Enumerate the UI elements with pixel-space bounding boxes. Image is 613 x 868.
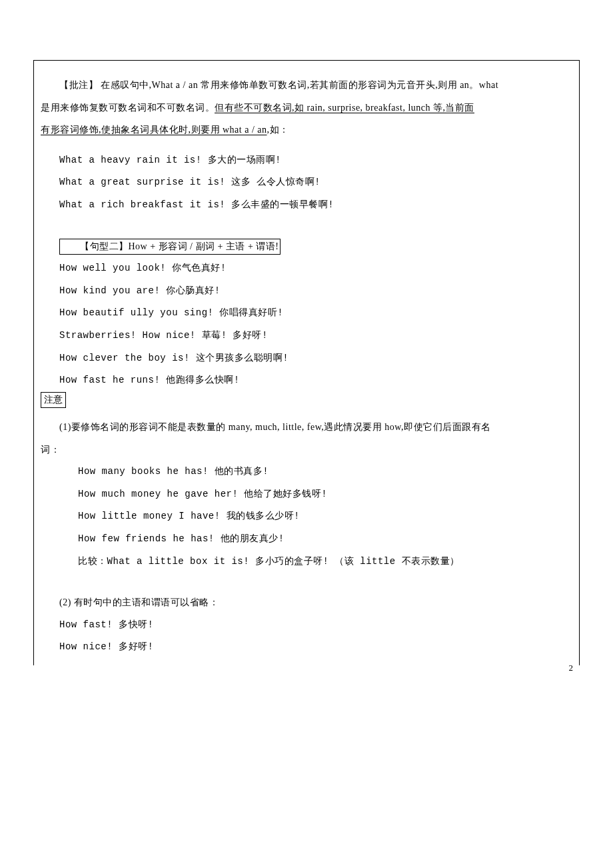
example1-2: What a great surprise it is! 这多 么令人惊奇啊! xyxy=(41,171,572,194)
note1-item-2: How much money he gave her! 他给了她好多钱呀! xyxy=(41,483,572,506)
example2-5: How clever the boy is! 这个男孩多么聪明啊! xyxy=(41,347,572,370)
spacer xyxy=(41,141,572,149)
annotation-line2b: 修饰复数可数名词和不可数名词。 xyxy=(70,103,215,113)
example1-3: What a rich breakfast it is! 多么丰盛的一顿早餐啊! xyxy=(41,194,572,217)
spacer xyxy=(41,408,572,416)
content-box: 【批注】 在感叹句中,What a / an 常用来修饰单数可数名词,若其前面的… xyxy=(33,60,580,665)
note2-item-1: How fast! 多快呀! xyxy=(41,614,572,637)
note1-item-4: How few friends he has! 他的朋友真少! xyxy=(41,528,572,551)
pattern2-row: 【句型二】How + 形容词 / 副词 + 主语 + 谓语! xyxy=(41,235,572,258)
annotation-paragraph-1: 【批注】 在感叹句中,What a / an 常用来修饰单数可数名词,若其前面的… xyxy=(41,74,572,97)
note1-item-3: How little money I have! 我的钱多么少呀! xyxy=(41,505,572,528)
note2-head: (2) 有时句中的主语和谓语可以省略： xyxy=(41,591,572,614)
example2-4: Strawberries! How nice! 草莓! 多好呀! xyxy=(41,325,572,347)
pattern2-boxed-label: 【句型二】How + 形容词 / 副词 + 主语 + 谓语! xyxy=(59,239,281,255)
spacer xyxy=(41,573,572,591)
example2-6: How fast he runs! 他跑得多么快啊! xyxy=(41,369,572,392)
note1-tail: 词： xyxy=(41,439,572,461)
note1-compare: 比较：What a little box it is! 多小巧的盒子呀! （该 … xyxy=(41,551,572,573)
annotation-prefix: 【批注】 xyxy=(59,80,101,90)
annotation-paragraph-2: 是用来修饰复数可数名词和不可数名词。但有些不可数名词,如 rain, surpr… xyxy=(41,97,572,119)
annotation-paragraph-3: 有形容词修饰,使抽象名词具体化时,则要用 what a / an,如： xyxy=(41,119,572,141)
annotation-line2a: 是用来 xyxy=(41,103,70,113)
page-number: 2 xyxy=(569,663,574,673)
note2-item-2: How nice! 多好呀! xyxy=(41,636,572,659)
annotation-line2c-underlined: 但有些不可数名词,如 rain, surprise, breakfast, lu… xyxy=(215,103,474,113)
annotation-line3b: ,如： xyxy=(267,125,289,135)
example2-1: How well you look! 你气色真好! xyxy=(41,257,572,280)
annotation-line1a: 在感叹句中,What a / an 常用来修饰单数可数名词,若其前面的形容词为元… xyxy=(101,80,498,90)
note1-item-1: How many books he has! 他的书真多! xyxy=(41,461,572,483)
note1-head: (1)要修饰名词的形容词不能是表数量的 many, much, little, … xyxy=(41,416,572,439)
note-label-boxed: 注意 xyxy=(41,392,66,408)
spacer xyxy=(41,217,572,235)
example1-1: What a heavy rain it is! 多大的一场雨啊! xyxy=(41,149,572,172)
document-page: 【批注】 在感叹句中,What a / an 常用来修饰单数可数名词,若其前面的… xyxy=(0,0,613,692)
example2-2: How kind you are! 你心肠真好! xyxy=(41,280,572,303)
note-label-row: 注意 xyxy=(41,392,572,408)
example2-3: How beautif ully you sing! 你唱得真好听! xyxy=(41,302,572,325)
annotation-line3a-underlined: 有形容词修饰,使抽象名词具体化时,则要用 what a / an xyxy=(41,125,267,135)
